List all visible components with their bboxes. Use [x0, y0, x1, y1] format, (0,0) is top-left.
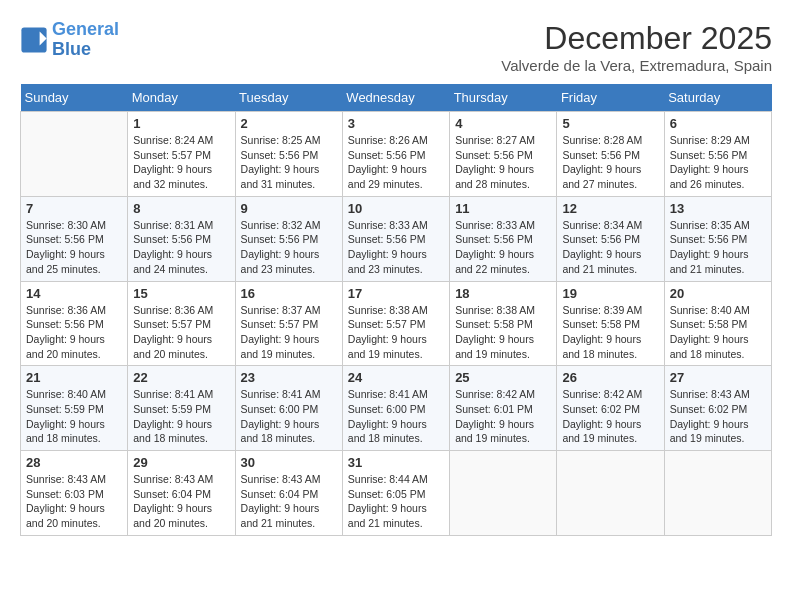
day-info: Sunrise: 8:37 AMSunset: 5:57 PMDaylight:…: [241, 303, 337, 362]
day-info: Sunrise: 8:29 AMSunset: 5:56 PMDaylight:…: [670, 133, 766, 192]
calendar-cell: [450, 451, 557, 536]
calendar-cell: 21Sunrise: 8:40 AMSunset: 5:59 PMDayligh…: [21, 366, 128, 451]
calendar-cell: 18Sunrise: 8:38 AMSunset: 5:58 PMDayligh…: [450, 281, 557, 366]
day-number: 30: [241, 455, 337, 470]
weekday-header-cell: Thursday: [450, 84, 557, 112]
day-info: Sunrise: 8:43 AMSunset: 6:04 PMDaylight:…: [241, 472, 337, 531]
calendar-cell: 9Sunrise: 8:32 AMSunset: 5:56 PMDaylight…: [235, 196, 342, 281]
calendar-week-row: 1Sunrise: 8:24 AMSunset: 5:57 PMDaylight…: [21, 112, 772, 197]
day-info: Sunrise: 8:33 AMSunset: 5:56 PMDaylight:…: [348, 218, 444, 277]
calendar-cell: [664, 451, 771, 536]
day-number: 9: [241, 201, 337, 216]
day-info: Sunrise: 8:25 AMSunset: 5:56 PMDaylight:…: [241, 133, 337, 192]
day-number: 22: [133, 370, 229, 385]
day-info: Sunrise: 8:40 AMSunset: 5:58 PMDaylight:…: [670, 303, 766, 362]
calendar-cell: 28Sunrise: 8:43 AMSunset: 6:03 PMDayligh…: [21, 451, 128, 536]
weekday-header-cell: Wednesday: [342, 84, 449, 112]
weekday-header-cell: Friday: [557, 84, 664, 112]
calendar-cell: [557, 451, 664, 536]
calendar-cell: [21, 112, 128, 197]
calendar-cell: 12Sunrise: 8:34 AMSunset: 5:56 PMDayligh…: [557, 196, 664, 281]
day-number: 13: [670, 201, 766, 216]
day-number: 24: [348, 370, 444, 385]
day-info: Sunrise: 8:36 AMSunset: 5:57 PMDaylight:…: [133, 303, 229, 362]
calendar-cell: 17Sunrise: 8:38 AMSunset: 5:57 PMDayligh…: [342, 281, 449, 366]
day-info: Sunrise: 8:38 AMSunset: 5:57 PMDaylight:…: [348, 303, 444, 362]
weekday-header-cell: Sunday: [21, 84, 128, 112]
day-number: 11: [455, 201, 551, 216]
day-number: 27: [670, 370, 766, 385]
calendar-table: SundayMondayTuesdayWednesdayThursdayFrid…: [20, 84, 772, 536]
day-info: Sunrise: 8:38 AMSunset: 5:58 PMDaylight:…: [455, 303, 551, 362]
calendar-cell: 5Sunrise: 8:28 AMSunset: 5:56 PMDaylight…: [557, 112, 664, 197]
day-info: Sunrise: 8:41 AMSunset: 6:00 PMDaylight:…: [348, 387, 444, 446]
calendar-cell: 25Sunrise: 8:42 AMSunset: 6:01 PMDayligh…: [450, 366, 557, 451]
day-info: Sunrise: 8:43 AMSunset: 6:03 PMDaylight:…: [26, 472, 122, 531]
weekday-header-row: SundayMondayTuesdayWednesdayThursdayFrid…: [21, 84, 772, 112]
day-number: 20: [670, 286, 766, 301]
day-number: 26: [562, 370, 658, 385]
weekday-header-cell: Saturday: [664, 84, 771, 112]
day-info: Sunrise: 8:39 AMSunset: 5:58 PMDaylight:…: [562, 303, 658, 362]
calendar-cell: 19Sunrise: 8:39 AMSunset: 5:58 PMDayligh…: [557, 281, 664, 366]
calendar-cell: 3Sunrise: 8:26 AMSunset: 5:56 PMDaylight…: [342, 112, 449, 197]
day-number: 29: [133, 455, 229, 470]
day-number: 4: [455, 116, 551, 131]
day-number: 14: [26, 286, 122, 301]
day-info: Sunrise: 8:41 AMSunset: 5:59 PMDaylight:…: [133, 387, 229, 446]
title-block: December 2025 Valverde de la Vera, Extre…: [501, 20, 772, 74]
day-number: 18: [455, 286, 551, 301]
calendar-cell: 11Sunrise: 8:33 AMSunset: 5:56 PMDayligh…: [450, 196, 557, 281]
day-number: 31: [348, 455, 444, 470]
day-number: 17: [348, 286, 444, 301]
logo-text: General Blue: [52, 20, 119, 60]
day-info: Sunrise: 8:43 AMSunset: 6:02 PMDaylight:…: [670, 387, 766, 446]
calendar-cell: 29Sunrise: 8:43 AMSunset: 6:04 PMDayligh…: [128, 451, 235, 536]
day-number: 3: [348, 116, 444, 131]
calendar-cell: 14Sunrise: 8:36 AMSunset: 5:56 PMDayligh…: [21, 281, 128, 366]
calendar-cell: 1Sunrise: 8:24 AMSunset: 5:57 PMDaylight…: [128, 112, 235, 197]
day-number: 28: [26, 455, 122, 470]
calendar-cell: 2Sunrise: 8:25 AMSunset: 5:56 PMDaylight…: [235, 112, 342, 197]
day-info: Sunrise: 8:31 AMSunset: 5:56 PMDaylight:…: [133, 218, 229, 277]
month-year-title: December 2025: [501, 20, 772, 57]
day-info: Sunrise: 8:24 AMSunset: 5:57 PMDaylight:…: [133, 133, 229, 192]
logo-icon: [20, 26, 48, 54]
day-info: Sunrise: 8:32 AMSunset: 5:56 PMDaylight:…: [241, 218, 337, 277]
day-info: Sunrise: 8:30 AMSunset: 5:56 PMDaylight:…: [26, 218, 122, 277]
day-number: 5: [562, 116, 658, 131]
day-info: Sunrise: 8:42 AMSunset: 6:02 PMDaylight:…: [562, 387, 658, 446]
calendar-cell: 4Sunrise: 8:27 AMSunset: 5:56 PMDaylight…: [450, 112, 557, 197]
day-number: 6: [670, 116, 766, 131]
day-info: Sunrise: 8:35 AMSunset: 5:56 PMDaylight:…: [670, 218, 766, 277]
day-number: 2: [241, 116, 337, 131]
calendar-cell: 6Sunrise: 8:29 AMSunset: 5:56 PMDaylight…: [664, 112, 771, 197]
calendar-cell: 13Sunrise: 8:35 AMSunset: 5:56 PMDayligh…: [664, 196, 771, 281]
calendar-week-row: 21Sunrise: 8:40 AMSunset: 5:59 PMDayligh…: [21, 366, 772, 451]
day-info: Sunrise: 8:40 AMSunset: 5:59 PMDaylight:…: [26, 387, 122, 446]
day-number: 16: [241, 286, 337, 301]
day-number: 15: [133, 286, 229, 301]
day-info: Sunrise: 8:44 AMSunset: 6:05 PMDaylight:…: [348, 472, 444, 531]
day-info: Sunrise: 8:42 AMSunset: 6:01 PMDaylight:…: [455, 387, 551, 446]
calendar-week-row: 14Sunrise: 8:36 AMSunset: 5:56 PMDayligh…: [21, 281, 772, 366]
logo: General Blue: [20, 20, 119, 60]
calendar-body: 1Sunrise: 8:24 AMSunset: 5:57 PMDaylight…: [21, 112, 772, 536]
day-info: Sunrise: 8:43 AMSunset: 6:04 PMDaylight:…: [133, 472, 229, 531]
calendar-cell: 20Sunrise: 8:40 AMSunset: 5:58 PMDayligh…: [664, 281, 771, 366]
day-number: 7: [26, 201, 122, 216]
day-number: 1: [133, 116, 229, 131]
day-info: Sunrise: 8:41 AMSunset: 6:00 PMDaylight:…: [241, 387, 337, 446]
calendar-cell: 23Sunrise: 8:41 AMSunset: 6:00 PMDayligh…: [235, 366, 342, 451]
day-info: Sunrise: 8:34 AMSunset: 5:56 PMDaylight:…: [562, 218, 658, 277]
calendar-cell: 31Sunrise: 8:44 AMSunset: 6:05 PMDayligh…: [342, 451, 449, 536]
day-number: 19: [562, 286, 658, 301]
weekday-header-cell: Tuesday: [235, 84, 342, 112]
calendar-cell: 24Sunrise: 8:41 AMSunset: 6:00 PMDayligh…: [342, 366, 449, 451]
calendar-cell: 30Sunrise: 8:43 AMSunset: 6:04 PMDayligh…: [235, 451, 342, 536]
calendar-week-row: 28Sunrise: 8:43 AMSunset: 6:03 PMDayligh…: [21, 451, 772, 536]
page-header: General Blue December 2025 Valverde de l…: [20, 20, 772, 74]
day-info: Sunrise: 8:27 AMSunset: 5:56 PMDaylight:…: [455, 133, 551, 192]
day-number: 10: [348, 201, 444, 216]
day-number: 23: [241, 370, 337, 385]
